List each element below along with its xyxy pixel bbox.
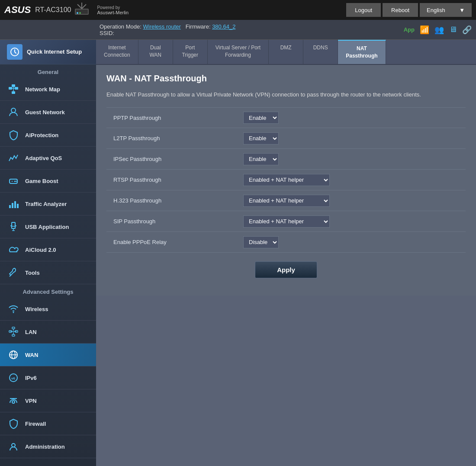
svg-rect-22 xyxy=(9,205,11,208)
reboot-button[interactable]: Reboot xyxy=(383,3,418,17)
usb-application-label: USB Application xyxy=(25,224,69,230)
svg-point-6 xyxy=(79,12,81,14)
form-select-4[interactable]: Enabled + NAT helperEnableDisable xyxy=(243,195,330,207)
traffic-analyzer-icon xyxy=(7,197,20,210)
tab-nat-passthrough[interactable]: NAT Passthrough xyxy=(338,40,386,64)
operation-mode-value[interactable]: Wireless router xyxy=(143,23,180,30)
lan-icon xyxy=(7,325,20,338)
sidebar-item-aicloud[interactable]: AiCloud 2.0 xyxy=(0,238,96,261)
tab-virtual-server[interactable]: Virtual Server / Port Forwarding xyxy=(208,40,269,64)
aiprotection-icon xyxy=(7,129,20,141)
logout-button[interactable]: Logout xyxy=(346,3,381,17)
form-select-3[interactable]: Enabled + NAT helperEnableDisable xyxy=(243,174,330,186)
sidebar-item-adaptive-qos[interactable]: Adaptive QoS xyxy=(0,147,96,170)
tab-ddns[interactable]: DDNS xyxy=(303,40,338,64)
form-control-1: EnableDisable xyxy=(236,129,466,148)
ipv6-icon: v6 xyxy=(7,371,20,384)
tab-internet-connection[interactable]: Internet Connection xyxy=(96,40,138,64)
form-select-6[interactable]: DisableEnable xyxy=(243,236,279,248)
main-layout: Quick Internet Setup General Network Map xyxy=(0,40,476,466)
tools-icon xyxy=(7,266,20,279)
svg-rect-23 xyxy=(12,203,13,208)
tab-dmz[interactable]: DMZ xyxy=(269,40,303,64)
asus-logo-text: ASUS xyxy=(4,4,31,16)
guest-network-label: Guest Network xyxy=(25,109,65,116)
svg-rect-24 xyxy=(14,201,16,208)
form-control-5: Enabled + NAT helperEnableDisable xyxy=(236,212,466,231)
svg-point-45 xyxy=(12,444,15,447)
language-button[interactable]: English ▼ xyxy=(420,3,472,17)
vpn-label: VPN xyxy=(25,398,37,404)
sidebar-item-wan[interactable]: WAN xyxy=(0,344,96,366)
firmware-value[interactable]: 380.64_2 xyxy=(212,23,235,30)
aiprotection-label: AiProtection xyxy=(25,132,58,138)
app-label: App xyxy=(404,26,415,33)
main-content: Internet ConnectionDual WANPort TriggerV… xyxy=(96,40,476,466)
quick-internet-setup[interactable]: Quick Internet Setup xyxy=(0,40,96,64)
form-select-2[interactable]: EnableDisable xyxy=(243,153,279,165)
sidebar-item-usb-application[interactable]: USB Application xyxy=(0,215,96,238)
sidebar-item-wireless[interactable]: Wireless xyxy=(0,298,96,321)
firewall-icon xyxy=(7,417,20,430)
lan-label: LAN xyxy=(25,329,37,335)
firewall-label: Firewall xyxy=(25,421,46,427)
sidebar-item-administration[interactable]: Administration xyxy=(0,435,96,458)
sidebar-item-ipv6[interactable]: v6 IPv6 xyxy=(0,366,96,389)
svg-rect-25 xyxy=(17,204,19,208)
form-select-1[interactable]: EnableDisable xyxy=(243,132,279,145)
sidebar-item-traffic-analyzer[interactable]: Traffic Analyzer xyxy=(0,193,96,215)
form-control-6: DisableEnable xyxy=(236,233,466,252)
chevron-down-icon: ▼ xyxy=(459,7,465,13)
apply-button[interactable]: Apply xyxy=(255,261,317,278)
form-select-0[interactable]: EnableDisable xyxy=(243,112,279,124)
nat-passthrough-form: PPTP PassthroughEnableDisableL2TP Passth… xyxy=(106,107,466,253)
svg-point-21 xyxy=(16,181,17,182)
sidebar-item-game-boost[interactable]: Game Boost xyxy=(0,170,96,193)
page-description: Enable NAT Passthrough to allow a Virtua… xyxy=(106,90,466,99)
ipv6-label: IPv6 xyxy=(25,375,37,381)
sidebar-item-vpn[interactable]: VPN xyxy=(0,389,96,412)
game-boost-icon xyxy=(7,174,20,187)
advanced-section-title: Advanced Settings xyxy=(0,284,96,298)
usb-application-icon xyxy=(7,220,20,233)
form-label-5: SIP Passthrough xyxy=(106,214,236,229)
svg-rect-9 xyxy=(12,84,15,87)
form-control-0: EnableDisable xyxy=(236,108,466,127)
tab-port-trigger[interactable]: Port Trigger xyxy=(173,40,208,64)
header-buttons: Logout Reboot English ▼ xyxy=(346,3,472,17)
form-select-5[interactable]: Enabled + NAT helperEnableDisable xyxy=(243,215,330,228)
form-control-3: Enabled + NAT helperEnableDisable xyxy=(236,170,466,190)
sidebar-item-guest-network[interactable]: Guest Network xyxy=(0,101,96,124)
guest-network-icon xyxy=(7,106,20,119)
sidebar-item-tools[interactable]: Tools xyxy=(0,261,96,284)
sidebar-item-lan[interactable]: LAN xyxy=(0,321,96,344)
tab-dual-wan[interactable]: Dual WAN xyxy=(138,40,173,64)
firmware-label: Firmware: xyxy=(186,23,211,30)
sidebar: Quick Internet Setup General Network Map xyxy=(0,40,96,466)
sidebar-item-firewall[interactable]: Firewall xyxy=(0,412,96,435)
network-map-label: Network Map xyxy=(25,86,60,93)
share-icon: 🔗 xyxy=(462,25,472,35)
subheader-info: Operation Mode: Wireless router Firmware… xyxy=(100,23,235,36)
form-row-2: IPSec PassthroughEnableDisable xyxy=(106,149,466,170)
svg-rect-26 xyxy=(12,222,15,228)
svg-line-4 xyxy=(82,4,86,9)
aicloud-icon xyxy=(7,243,20,256)
apply-section: Apply xyxy=(106,253,466,287)
users-icon: 👥 xyxy=(434,25,444,35)
sidebar-item-network-map[interactable]: Network Map xyxy=(0,78,96,101)
form-row-4: H.323 PassthroughEnabled + NAT helperEna… xyxy=(106,190,466,211)
form-control-2: EnableDisable xyxy=(236,150,466,169)
svg-text:v6: v6 xyxy=(11,376,15,380)
sidebar-item-aiprotection[interactable]: AiProtection xyxy=(0,124,96,147)
form-row-6: Enable PPPoE RelayDisableEnable xyxy=(106,232,466,253)
svg-rect-30 xyxy=(12,327,15,329)
game-boost-label: Game Boost xyxy=(25,178,58,184)
wan-label: WAN xyxy=(25,352,38,358)
svg-rect-11 xyxy=(12,91,15,94)
traffic-analyzer-label: Traffic Analyzer xyxy=(25,201,67,207)
page-content: WAN - NAT Passthrough Enable NAT Passthr… xyxy=(96,65,476,296)
monitor-icon: 🖥 xyxy=(449,25,457,34)
svg-point-16 xyxy=(11,108,16,112)
top-header: ASUS RT-AC3100 Powered by Asuswrt-Merlin… xyxy=(0,0,476,20)
